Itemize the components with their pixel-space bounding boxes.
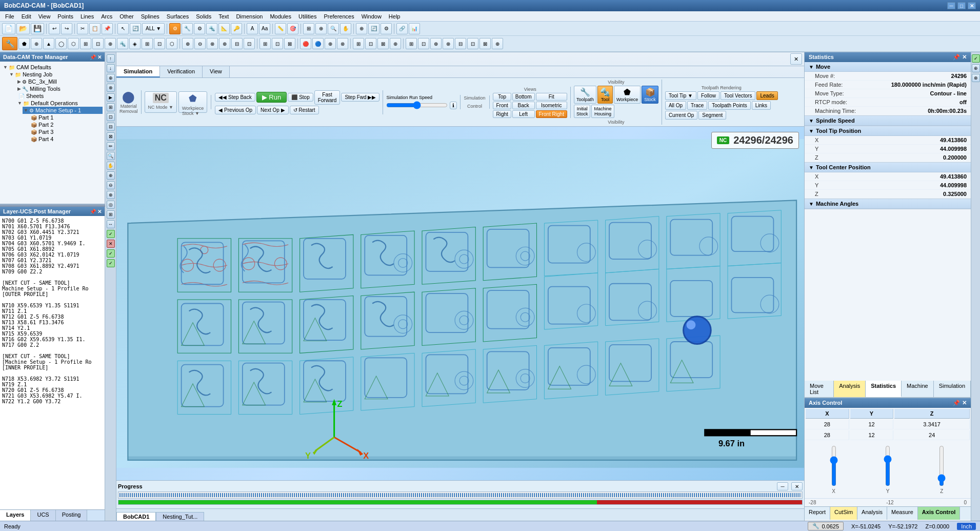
menu-file[interactable]: File (2, 12, 17, 21)
tool5[interactable]: 🔑 (231, 23, 242, 34)
side-icon-2[interactable]: ↓ (107, 64, 115, 72)
cam-b4[interactable]: ◯ (55, 38, 67, 49)
stats-tool-tip-header[interactable]: ▼ Tool Tip Position (805, 126, 971, 136)
toolpath-vis-button[interactable]: 🔧 Toolpath (574, 86, 596, 104)
menu-dimension[interactable]: Dimension (233, 12, 266, 21)
restart-button[interactable]: ↺ Restart (290, 106, 319, 114)
axis-z-slider[interactable] (936, 445, 947, 486)
side-icon-12[interactable]: ✋ (107, 162, 115, 170)
step-back-button[interactable]: ◀◀ Step Back (215, 93, 255, 102)
cam-b3[interactable]: ▲ (43, 38, 54, 49)
tree-part2[interactable]: 📦 Part 2 (29, 121, 103, 128)
front-right-button[interactable]: Front Right (536, 110, 567, 118)
tree-sheets[interactable]: 📄 Sheets (16, 92, 103, 100)
cam-g2[interactable]: ⊡ (418, 38, 429, 49)
side-icon-5[interactable]: ▶ (107, 93, 115, 102)
expand-nesting-job[interactable]: ▼ (9, 72, 14, 77)
expand-milling[interactable]: ▶ (17, 86, 21, 91)
tool-vis-button[interactable]: 🔩 Tool (597, 86, 613, 104)
side-icon-15[interactable]: ⊗ (107, 191, 115, 199)
menu-modules[interactable]: Modules (267, 12, 294, 21)
axes-tool[interactable]: ⊕ (315, 23, 327, 34)
cam-c1[interactable]: ⊕ (182, 38, 193, 49)
paste-button[interactable]: 📌 (102, 23, 113, 34)
cam-e3[interactable]: ⊕ (325, 38, 336, 49)
fast-forward-button[interactable]: FastForward (314, 90, 341, 105)
text-tool[interactable]: A (247, 23, 258, 34)
tab-measure[interactable]: Measure (887, 507, 918, 520)
tab-move-list[interactable]: Move List (805, 381, 834, 397)
tab-verification[interactable]: Verification (160, 66, 203, 77)
workpiece-vis-button[interactable]: ⬟ Workpiece (614, 86, 641, 104)
tree-part3[interactable]: 📦 Part 3 (29, 128, 103, 135)
view-right-button[interactable]: Right (493, 110, 511, 118)
rotate-button[interactable]: 🔄 (130, 23, 141, 34)
menu-points[interactable]: Points (54, 12, 76, 21)
save-button[interactable]: 💾 (31, 23, 44, 34)
stats-machine-angles-header[interactable]: ▼ Machine Angles (805, 199, 971, 209)
menu-other[interactable]: Other (116, 12, 137, 21)
segment-btn[interactable]: Segment (698, 111, 726, 120)
run-button[interactable]: ▶ Run (256, 92, 287, 103)
menu-utilities[interactable]: Utilities (295, 12, 319, 21)
cam-c4[interactable]: ⊕ (219, 38, 230, 49)
view-back-button[interactable]: Back (512, 102, 535, 109)
cam-g6[interactable]: ⊡ (467, 38, 478, 49)
snap-tool[interactable]: 🎯 (287, 23, 298, 34)
undo-button[interactable]: ↩ (49, 23, 60, 34)
cam-c5[interactable]: ⊟ (231, 38, 243, 49)
nc-mode-button[interactable]: NC NC Mode ▼ (145, 91, 177, 113)
next-op-button[interactable]: Next Op ▶ (257, 106, 288, 114)
step-fwd-button[interactable]: Step Fwd ▶▶ (341, 93, 379, 102)
side-icon-14[interactable]: ⊖ (107, 181, 115, 189)
layer-tool[interactable]: ⊕ (356, 23, 367, 34)
all-op-btn[interactable]: All Op (665, 101, 686, 110)
minimize-button[interactable]: ─ (947, 2, 955, 9)
cam-tree-pin[interactable]: 📌 (90, 54, 96, 60)
menu-lines[interactable]: Lines (77, 12, 97, 21)
cam-b12[interactable]: ⊡ (154, 38, 165, 49)
side-icon-3[interactable]: ⊕ (107, 74, 115, 82)
menu-splines[interactable]: Splines (138, 12, 163, 21)
expand-bc3x[interactable]: ▶ (17, 79, 21, 84)
tree-default-ops[interactable]: ▼ 📁 Default Operations (16, 100, 103, 107)
side-icon-11[interactable]: 🔍 (107, 152, 115, 160)
side-icon-6[interactable]: ⊞ (107, 103, 115, 111)
speed-info[interactable]: ℹ (450, 102, 457, 109)
side-icon-17[interactable]: ⊞ (107, 210, 115, 219)
tree-bc3x[interactable]: ▶ ⚙ BC_3x_Mill (16, 78, 103, 85)
refresh-tool[interactable]: 🔄 (368, 23, 379, 34)
side-icon-7[interactable]: ⊡ (107, 113, 115, 121)
cam-mode-button[interactable]: 🔧 (2, 37, 17, 50)
cam-d1[interactable]: ⊞ (259, 38, 271, 49)
cam-f1[interactable]: ⊞ (353, 38, 364, 49)
tab-posting[interactable]: Posting (56, 510, 88, 521)
tree-part1[interactable]: 📦 Part 1 (29, 114, 103, 121)
cam-b1[interactable]: ⬟ (18, 38, 30, 49)
side-icon-right[interactable]: ✓ (107, 249, 115, 258)
close-button[interactable]: ✕ (968, 2, 976, 9)
stats-spindle-header[interactable]: ▼ Spindle Speed (805, 116, 971, 126)
stop-button[interactable]: ⬛ Stop (288, 93, 313, 102)
tab-bobcad1[interactable]: BobCAD1 (116, 512, 156, 521)
cam-c3[interactable]: ⊗ (207, 38, 218, 49)
tool-tip-btn[interactable]: Tool Tip ▼ (665, 91, 696, 100)
side-icon-9[interactable]: ⊠ (107, 132, 115, 141)
view-top-button[interactable]: Top (493, 93, 511, 101)
axis-y-slider[interactable] (883, 445, 893, 486)
cam-d2[interactable]: ⊡ (272, 38, 283, 49)
tab-report[interactable]: Report (805, 507, 830, 520)
expand-cam-defaults[interactable]: ▼ (3, 65, 8, 70)
cam-b8[interactable]: ⊕ (105, 38, 116, 49)
prop-tool[interactable]: 📊 (409, 23, 420, 34)
side-icon-10[interactable]: ✏ (107, 142, 115, 150)
tab-cutsim[interactable]: CutSim (830, 507, 857, 520)
cam-b10[interactable]: ◈ (129, 38, 141, 49)
cam-b2[interactable]: ⊕ (31, 38, 42, 49)
grid-tool[interactable]: ⊞ (303, 23, 314, 34)
settings-tool[interactable]: ⚙ (381, 23, 392, 34)
sim-panel-close[interactable]: ✕ (790, 53, 802, 65)
tab-analysis[interactable]: Analysis (834, 381, 866, 397)
select-button[interactable]: ↖ (117, 23, 129, 34)
tab-nesting[interactable]: Nesting_Tut... (156, 512, 204, 521)
